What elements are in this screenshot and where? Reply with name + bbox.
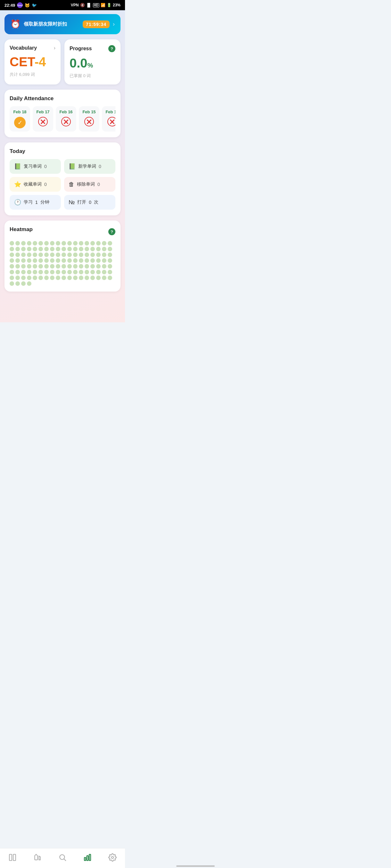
heatmap-dot — [61, 270, 66, 274]
hd-icon: HD — [93, 3, 99, 7]
heatmap-dot — [85, 258, 89, 263]
heatmap-dot — [50, 258, 55, 263]
battery-level: 23% — [113, 3, 120, 7]
heatmap-dot — [21, 247, 26, 251]
heatmap-dot — [96, 252, 101, 257]
heatmap-dot — [56, 247, 60, 251]
vocab-card-header: Vocabulary › — [9, 45, 55, 51]
heatmap-header: Heatmap ? — [9, 226, 115, 237]
heatmap-dot — [67, 252, 72, 257]
heatmap-dot — [21, 252, 26, 257]
heatmap-dot — [85, 276, 89, 280]
heatmap-dot — [96, 270, 101, 274]
cards-row: Vocabulary › CET-4 共计 6,099 词 Progress ?… — [4, 39, 120, 85]
heatmap-dot — [85, 264, 89, 269]
heatmap-dot — [21, 241, 26, 246]
fav-icon: ⭐ — [14, 181, 21, 188]
today-fav[interactable]: ⭐ 收藏单词 0 — [9, 177, 61, 192]
heatmap-dot — [33, 270, 37, 274]
new-label: 新学单词 — [78, 163, 96, 169]
att-date-feb16: Feb 16 — [59, 110, 73, 114]
heatmap-dot — [27, 258, 31, 263]
att-no-icon-feb15 — [84, 117, 94, 126]
heatmap-dot — [38, 258, 43, 263]
heatmap-dot — [50, 264, 55, 269]
app-icon-2: 🐱 — [25, 3, 30, 8]
today-review[interactable]: 📗 复习单词 0 — [9, 159, 61, 174]
heatmap-dot — [44, 258, 49, 263]
progress-card-header: Progress ? — [69, 45, 115, 52]
heatmap-dot — [38, 270, 43, 274]
vocabulary-card[interactable]: Vocabulary › CET-4 共计 6,099 词 — [4, 39, 61, 85]
heatmap-dot — [9, 270, 14, 274]
attendance-row: Feb 18 ✓ Feb 17 Feb 16 Feb 15 Feb 14 — [9, 106, 115, 131]
remove-count: 0 — [97, 182, 100, 187]
heatmap-dot — [44, 270, 49, 274]
heatmap-dot — [21, 270, 26, 274]
heatmap-dot — [73, 247, 78, 251]
status-right: VPN 🔇 ▐▌ HD 📶 🔋 23% — [71, 3, 120, 7]
heatmap-dot — [27, 241, 31, 246]
heatmap-dot — [102, 264, 106, 269]
heatmap-dot — [67, 258, 72, 263]
vocab-arrow-icon: › — [54, 45, 55, 51]
heatmap-dot — [27, 276, 31, 280]
heatmap-dot — [50, 270, 55, 274]
today-new[interactable]: 📗 新学单词 0 — [64, 159, 115, 174]
heatmap-dot — [9, 252, 14, 257]
heatmap-dot — [21, 276, 26, 280]
heatmap-dot — [38, 264, 43, 269]
heatmap-dot — [96, 258, 101, 263]
heatmap-help-icon[interactable]: ? — [108, 228, 115, 235]
promo-timer: 71:59:34 — [83, 21, 110, 28]
attendance-day-feb15: Feb 15 — [79, 106, 99, 131]
heatmap-dot — [79, 258, 83, 263]
heatmap-dot — [90, 241, 95, 246]
heatmap-dot — [33, 258, 37, 263]
vocab-title: Vocabulary — [9, 45, 37, 51]
heatmap-dot — [108, 258, 112, 263]
heatmap-dot — [33, 276, 37, 280]
heatmap-dot — [73, 252, 78, 257]
heatmap-dot — [9, 241, 14, 246]
today-remove[interactable]: 🗑 移除单词 0 — [64, 177, 115, 192]
heatmap-dot — [73, 241, 78, 246]
today-open[interactable]: № 打开 0 次 — [64, 195, 115, 210]
vocab-value: CET-4 — [9, 55, 55, 69]
attendance-day-feb16: Feb 16 — [56, 106, 76, 131]
heatmap-dot — [73, 258, 78, 263]
attendance-card: Daily Attendance Feb 18 ✓ Feb 17 Feb 16 … — [4, 90, 120, 137]
att-date-feb17: Feb 17 — [36, 110, 49, 114]
status-bar: 22:49 Soul 🐱 🐦 VPN 🔇 ▐▌ HD 📶 🔋 23% — [0, 0, 125, 10]
fav-count: 0 — [44, 182, 47, 187]
heatmap-dot — [50, 252, 55, 257]
wifi-icon: 📶 — [101, 3, 106, 7]
heatmap-dot — [61, 247, 66, 251]
heatmap-dot — [96, 276, 101, 280]
heatmap-dot — [38, 252, 43, 257]
progress-sub: 已掌握 0 词 — [69, 73, 115, 79]
heatmap-dot — [44, 247, 49, 251]
heatmap-dot — [61, 241, 66, 246]
heatmap-dot — [73, 276, 78, 280]
heatmap-dot — [38, 247, 43, 251]
heatmap-dot — [79, 270, 83, 274]
heatmap-title: Heatmap — [9, 226, 33, 233]
today-card: Today 📗 复习单词 0 📗 新学单词 0 ⭐ 收藏单词 0 🗑 移除单词 … — [4, 143, 120, 215]
heatmap-dot — [21, 264, 26, 269]
heatmap-dot — [67, 276, 72, 280]
today-study-time[interactable]: 🕐 学习 1 分钟 — [9, 195, 61, 210]
heatmap-dot — [27, 270, 31, 274]
progress-help-icon[interactable]: ? — [108, 45, 115, 52]
review-count: 0 — [44, 164, 47, 169]
heatmap-dot — [61, 276, 66, 280]
heatmap-dot — [16, 270, 20, 274]
heatmap-dot — [44, 252, 49, 257]
heatmap-dot — [44, 264, 49, 269]
promo-text: 领取新朋友限时折扣 — [24, 21, 80, 27]
open-label: 打开 — [77, 199, 86, 205]
heatmap-dot — [9, 276, 14, 280]
heatmap-dot — [67, 241, 72, 246]
battery-icon: 🔋 — [107, 3, 112, 7]
promo-banner[interactable]: ⏰ 领取新朋友限时折扣 71:59:34 › — [4, 14, 120, 34]
